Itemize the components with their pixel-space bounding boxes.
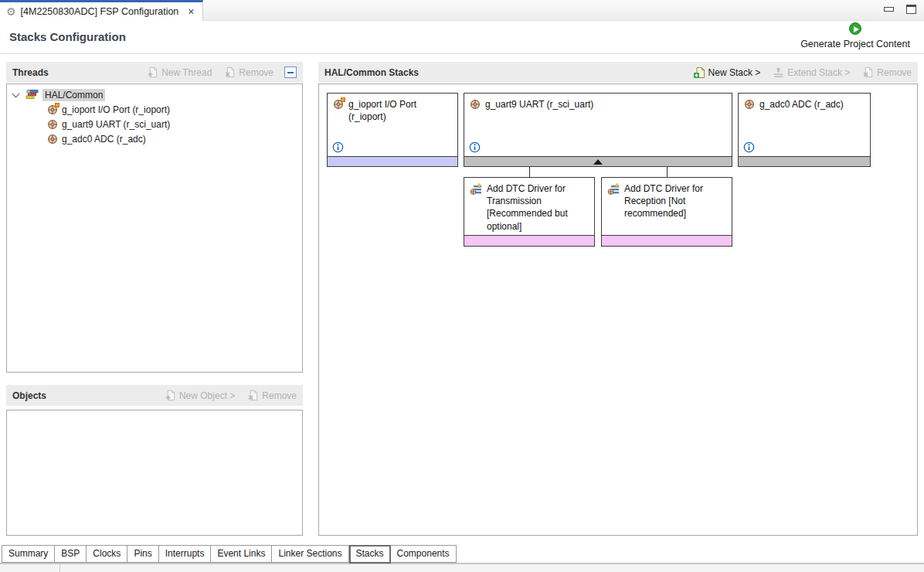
module-icon (47, 134, 58, 145)
stack-card-title: g_adc0 ADC (r_adc) (759, 98, 844, 111)
stack-card-g-ioport[interactable]: g_ioport I/O Port (r_ioport) (327, 93, 458, 167)
tree-item-label: g_adc0 ADC (r_adc) (62, 134, 146, 145)
collapse-all-icon[interactable] (284, 66, 297, 78)
stack-status-strip[interactable] (464, 156, 732, 166)
new-thread-icon (147, 66, 158, 78)
new-object-button[interactable]: New Object > (165, 390, 235, 401)
stack-status-strip (602, 235, 732, 246)
objects-list-panel (6, 410, 303, 536)
tab-clocks[interactable]: Clocks (87, 545, 127, 563)
info-icon[interactable] (332, 141, 344, 153)
editor-tab-fsp-configuration[interactable]: ⚙ [4M2250830ADC] FSP Configuration × (0, 0, 203, 21)
remove-thread-button[interactable]: Remove (224, 66, 273, 78)
stack-status-strip (739, 156, 870, 166)
editor-tabbar: ⚙ [4M2250830ADC] FSP Configuration × (0, 0, 924, 21)
objects-title: Objects (12, 390, 46, 401)
stack-card-g-adc0[interactable]: g_adc0 ADC (r_adc) (738, 93, 871, 167)
tree-item-label: g_ioport I/O Port (r_ioport) (62, 104, 170, 115)
chevron-down-icon[interactable] (12, 90, 20, 97)
threads-title: Threads (12, 67, 49, 78)
generate-label: Generate Project Content (797, 39, 913, 49)
new-thread-button[interactable]: New Thread (147, 66, 212, 78)
stack-connector-line (667, 167, 668, 177)
extend-stack-button[interactable]: Extend Stack > (773, 66, 850, 78)
add-dtc-transmission-card[interactable]: Add DTC Driver for Transmission [Recomme… (464, 177, 595, 247)
tab-bsp[interactable]: BSP (55, 545, 87, 563)
status-bar-cell (0, 564, 60, 572)
generate-play-icon (849, 22, 861, 35)
fsp-configuration-window: ⚙ [4M2250830ADC] FSP Configuration × Sta… (0, 0, 924, 572)
module-ioport-icon (47, 104, 58, 115)
stack-connector-line (529, 167, 530, 177)
close-icon[interactable]: × (188, 6, 194, 17)
info-icon[interactable] (743, 141, 755, 153)
editor-tab-title: [4M2250830ADC] FSP Configuration (21, 6, 179, 17)
stacks-toolbar: HAL/Common Stacks New Stack > Extend Sta… (318, 62, 918, 83)
threads-toolbar: Threads New Thread Remove (6, 62, 303, 83)
stacks-title: HAL/Common Stacks (324, 67, 419, 78)
remove-object-button[interactable]: Remove (247, 390, 297, 401)
extend-stack-icon (773, 66, 784, 78)
new-stack-icon (693, 66, 705, 79)
tree-item-g-uart9[interactable]: g_uart9 UART (r_sci_uart) (7, 117, 302, 131)
bottom-tabbar: Summary BSP Clocks Pins Interrupts Event… (0, 545, 924, 563)
add-dtc-reception-card[interactable]: Add DTC Driver for Reception [Not recomm… (601, 177, 732, 247)
new-stack-button[interactable]: New Stack > (693, 66, 761, 79)
new-object-icon (165, 390, 176, 401)
thread-stack-icon (25, 89, 39, 100)
tree-item-g-ioport[interactable]: g_ioport I/O Port (r_ioport) (7, 102, 302, 117)
tab-summary[interactable]: Summary (2, 545, 55, 563)
add-module-icon (607, 183, 620, 220)
tree-item-label: HAL/Common (42, 89, 105, 101)
module-icon (744, 99, 755, 111)
stack-card-title: g_uart9 UART (r_sci_uart) (485, 98, 593, 111)
child-card-title: Add DTC Driver for Transmission [Recomme… (487, 182, 589, 233)
tab-event-links[interactable]: Event Links (211, 545, 272, 563)
tree-item-hal-common[interactable]: HAL/Common (7, 87, 302, 102)
stack-status-strip (464, 235, 594, 246)
threads-tree-panel: HAL/Common g_ioport I/O Port (r_ioport) (6, 83, 303, 373)
module-icon (47, 119, 58, 130)
tree-item-label: g_uart9 UART (r_sci_uart) (62, 119, 170, 130)
module-ioport-icon (333, 99, 344, 123)
stack-card-g-uart9[interactable]: g_uart9 UART (r_sci_uart) (464, 93, 732, 167)
tree-item-g-adc0[interactable]: g_adc0 ADC (r_adc) (7, 131, 302, 146)
maximize-icon[interactable] (906, 5, 916, 14)
child-card-title: Add DTC Driver for Reception [Not recomm… (624, 182, 727, 220)
remove-stack-button[interactable]: Remove (862, 66, 912, 78)
collapse-children-icon[interactable] (593, 159, 603, 165)
page-title: Stacks Configuration (9, 30, 126, 43)
objects-toolbar: Objects New Object > Remove (6, 385, 303, 406)
gear-icon: ⚙ (6, 6, 16, 17)
add-module-icon (470, 183, 482, 233)
tab-stacks[interactable]: Stacks (349, 545, 391, 563)
module-icon (470, 99, 481, 111)
tab-components[interactable]: Components (391, 545, 457, 563)
stack-status-strip (328, 156, 457, 166)
remove-icon (224, 66, 236, 78)
status-bar (0, 563, 924, 572)
stack-card-title: g_ioport I/O Port (r_ioport) (348, 98, 453, 123)
tab-interrupts[interactable]: Interrupts (159, 545, 212, 563)
info-icon[interactable] (469, 141, 481, 153)
remove-icon (247, 390, 259, 401)
tab-pins[interactable]: Pins (127, 545, 158, 563)
page-header: Stacks Configuration Generate Project Co… (0, 21, 924, 54)
generate-project-content-button[interactable]: Generate Project Content (797, 22, 913, 49)
remove-icon (862, 66, 874, 78)
minimize-icon[interactable] (884, 7, 894, 12)
tab-linker-sections[interactable]: Linker Sections (272, 545, 348, 563)
